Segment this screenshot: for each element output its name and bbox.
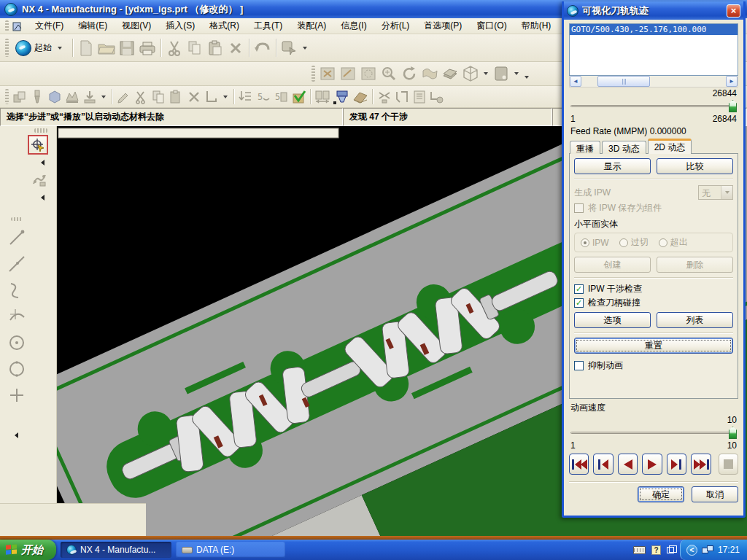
create-geometry-icon[interactable]: [46, 89, 63, 105]
menu-window[interactable]: 窗口(O): [470, 18, 513, 34]
show-button[interactable]: 显示: [574, 158, 651, 174]
undo-icon[interactable]: [252, 39, 273, 58]
flyout-arrow-icon[interactable]: [15, 432, 18, 438]
point-tool-icon[interactable]: [7, 386, 26, 405]
chevron-down-icon[interactable]: [303, 47, 307, 50]
print-icon[interactable]: [137, 39, 158, 58]
display-mode-icon[interactable]: [491, 64, 511, 83]
step-forward-button[interactable]: [667, 454, 686, 475]
create-method-icon[interactable]: [63, 89, 81, 105]
scroll-right-icon[interactable]: ►: [726, 76, 738, 87]
close-icon[interactable]: ×: [727, 4, 740, 18]
scroll-track[interactable]: [650, 76, 726, 87]
zoom-region-icon[interactable]: [358, 64, 379, 83]
ipw-interference-checkbox[interactable]: ✓: [574, 284, 584, 294]
suppress-animation-checkbox[interactable]: [574, 361, 584, 370]
curve-flyout-button[interactable]: [29, 170, 50, 190]
tray-chevron-icon[interactable]: <: [686, 545, 697, 556]
sync-icon[interactable]: [393, 89, 411, 105]
toolbar-options-chevron[interactable]: [525, 76, 529, 79]
chevron-down-icon[interactable]: [514, 72, 519, 75]
perspective-icon[interactable]: [440, 64, 460, 83]
scroll-thumb[interactable]: [597, 76, 650, 87]
flyout-arrow-icon[interactable]: [41, 160, 44, 166]
animation-speed-slider[interactable]: [570, 427, 737, 439]
ok-button[interactable]: 确定: [638, 486, 684, 502]
restore-window-icon[interactable]: [667, 547, 674, 553]
replay-toolpath-icon[interactable]: 5: [255, 89, 272, 105]
menu-information[interactable]: 信息(I): [334, 18, 373, 34]
line-tool-icon[interactable]: [7, 228, 26, 247]
rotate-view-icon[interactable]: [399, 64, 419, 83]
delete-icon[interactable]: [225, 39, 246, 58]
go-to-end-button[interactable]: [691, 454, 711, 475]
zoom-box-icon[interactable]: [338, 64, 358, 83]
pan-view-icon[interactable]: [419, 64, 440, 83]
go-to-start-button[interactable]: [569, 454, 589, 475]
spline-tool-icon[interactable]: [7, 281, 26, 300]
view-popup-icon[interactable]: [279, 39, 300, 58]
cut-operation-icon[interactable]: [133, 89, 150, 105]
step-back-button[interactable]: [593, 454, 613, 475]
paste-operation-icon[interactable]: [168, 89, 185, 105]
slider-thumb[interactable]: [729, 100, 737, 112]
create-tool-icon[interactable]: [28, 89, 46, 105]
paste-icon[interactable]: [205, 39, 225, 58]
play-reverse-button[interactable]: [618, 454, 638, 475]
circle-center-tool-icon[interactable]: [7, 333, 26, 352]
chevron-down-icon[interactable]: [223, 96, 228, 98]
save-icon[interactable]: [117, 39, 137, 58]
list-button[interactable]: 列表: [657, 312, 733, 328]
chevron-down-icon[interactable]: [101, 96, 106, 98]
copy-icon[interactable]: [185, 39, 205, 58]
reset-button[interactable]: 重置: [574, 338, 733, 354]
menu-analysis[interactable]: 分析(L): [375, 18, 417, 34]
menu-file[interactable]: 文件(F): [28, 18, 70, 34]
postprocess-icon[interactable]: 5: [272, 89, 290, 105]
snap-point-button[interactable]: [28, 135, 48, 155]
verify-toolpath-icon[interactable]: [290, 89, 307, 105]
menu-insert[interactable]: 插入(S): [159, 18, 201, 34]
flyout-arrow-icon[interactable]: [41, 195, 44, 201]
keyboard-layout-icon[interactable]: [633, 546, 646, 554]
copy-operation-icon[interactable]: [150, 89, 168, 105]
start-flyout-button[interactable]: 起始: [11, 39, 69, 58]
start-button[interactable]: 开始: [0, 540, 56, 560]
workpiece-display-icon[interactable]: [352, 89, 369, 105]
tool-display-icon[interactable]: [331, 88, 352, 106]
options-button[interactable]: 选项: [574, 312, 651, 328]
gcode-selected-line[interactable]: GOTO/500.430,-25.176,100.000: [570, 24, 738, 35]
menu-tools[interactable]: 工具(T): [247, 18, 289, 34]
view-orient-cube-icon[interactable]: [460, 64, 481, 83]
menu-help[interactable]: 帮助(H): [515, 18, 558, 34]
list-toolpath-icon[interactable]: [314, 89, 331, 105]
menu-preferences[interactable]: 首选项(P): [417, 18, 468, 34]
tab-3d-dynamic[interactable]: 3D 动态: [602, 141, 646, 154]
open-file-icon[interactable]: [96, 39, 117, 58]
circle-tool-icon[interactable]: [7, 359, 26, 378]
compare-button[interactable]: 比较: [657, 158, 733, 174]
taskbar-task-nx[interactable]: NX 4 - Manufactu...: [61, 542, 171, 558]
machine-sim-icon[interactable]: [376, 89, 393, 105]
generate-toolpath-icon[interactable]: [237, 89, 255, 105]
cut-icon[interactable]: [164, 39, 185, 58]
new-file-icon[interactable]: [76, 39, 96, 58]
gcode-listbox[interactable]: GOTO/500.430,-25.176,100.000: [569, 23, 738, 76]
menu-view[interactable]: 视图(V): [115, 18, 158, 34]
menu-format[interactable]: 格式(R): [203, 18, 246, 34]
slider-thumb[interactable]: [729, 427, 737, 439]
dialog-titlebar[interactable]: 可视化刀轨轨迹 ×: [564, 1, 743, 20]
scroll-left-icon[interactable]: ◄: [570, 76, 581, 87]
taskbar-task-data-drive[interactable]: DATA (E:): [176, 542, 285, 558]
menu-assemblies[interactable]: 装配(A): [290, 18, 333, 34]
listbox-hscrollbar[interactable]: ◄ ►: [569, 76, 738, 88]
create-program-icon[interactable]: [11, 89, 28, 105]
zoom-in-out-icon[interactable]: [379, 64, 399, 83]
tab-2d-dynamic[interactable]: 2D 动态: [648, 139, 692, 154]
ime-help-icon[interactable]: ?: [651, 545, 661, 555]
edit-operation-icon[interactable]: [115, 89, 133, 105]
arc-tool-icon[interactable]: [7, 307, 26, 326]
create-operation-icon[interactable]: [81, 89, 98, 105]
chevron-down-icon[interactable]: [484, 72, 488, 75]
play-button[interactable]: [642, 454, 662, 475]
